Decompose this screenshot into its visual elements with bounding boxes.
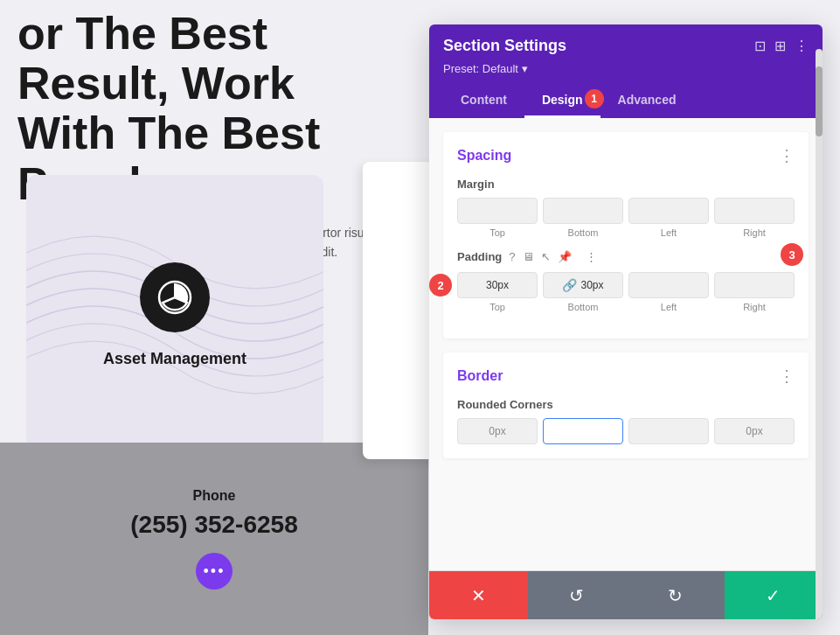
margin-bottom-label: Bottom (543, 227, 623, 238)
padding-col-labels: Top Bottom Left Right (457, 302, 795, 312)
rounded-corner-br[interactable]: 0px (714, 418, 795, 444)
padding-left-input[interactable] (628, 272, 709, 298)
panel-tabs: Content Design 1 Advanced (443, 84, 809, 118)
asset-card: Asset Management (26, 175, 323, 455)
rounded-corners-label: Rounded Corners (457, 398, 795, 411)
spacing-section: Spacing ⋮ Margin Top Bottom Left Right P… (443, 132, 809, 338)
margin-left-label: Left (628, 227, 709, 238)
scrollbar-thumb[interactable] (816, 66, 823, 136)
more-icon[interactable]: ⋮ (795, 38, 809, 54)
margin-top-label: Top (457, 227, 538, 238)
panel-header: Section Settings ⊡ ⊞ ⋮ Preset: Default ▾… (429, 24, 823, 118)
padding-pin-icon[interactable]: 📌 (558, 250, 572, 263)
padding-top-value: 30px (486, 279, 509, 291)
border-header: Border ⋮ (457, 366, 795, 386)
redo-button[interactable]: ↻ (626, 571, 725, 619)
padding-header: Padding ? 🖥 ↖ 📌 3 ⋮ (457, 250, 795, 263)
undo-button[interactable]: ↺ (528, 571, 627, 619)
border-section: Border ⋮ Rounded Corners 0px 0px (443, 352, 809, 458)
padding-top-label: Top (457, 302, 538, 312)
confirm-button[interactable]: ✓ (725, 571, 823, 619)
link-chain-icon: 🔗 (562, 278, 577, 292)
margin-bottom-input[interactable] (543, 198, 623, 224)
panel-title: Section Settings (443, 37, 566, 55)
padding-right-input[interactable] (714, 272, 795, 298)
margin-right-label: Right (714, 227, 795, 238)
resize-icon[interactable]: ⊡ (754, 38, 766, 54)
rounded-corner-bl[interactable] (628, 418, 709, 444)
margin-input-row (457, 198, 795, 224)
padding-label: Padding (457, 250, 502, 263)
padding-help-icon[interactable]: ? (509, 250, 515, 263)
margin-label: Margin (457, 178, 795, 191)
rounded-corner-tr[interactable] (543, 418, 623, 444)
card-title: Asset Management (103, 350, 246, 368)
cancel-button[interactable]: ✕ (429, 571, 528, 619)
padding-mobile-icon[interactable]: 🖥 (523, 250, 534, 263)
padding-bottom-input[interactable]: 🔗 30px (543, 272, 623, 298)
spacing-title: Spacing (457, 148, 511, 164)
padding-bottom-label: Bottom (543, 302, 623, 312)
scrollbar-track (816, 49, 823, 619)
panel-title-row: Section Settings ⊡ ⊞ ⋮ (443, 37, 809, 55)
padding-input-row: 2 30px 🔗 30px (457, 272, 795, 298)
phone-label: Phone (193, 488, 236, 504)
tab-content[interactable]: Content (443, 84, 524, 118)
panel-preset[interactable]: Preset: Default ▾ (443, 62, 809, 75)
contact-section: Phone (255) 352-6258 ••• (0, 443, 428, 635)
margin-right-input[interactable] (714, 198, 795, 224)
card-icon (140, 262, 210, 332)
step-badge-2: 2 (429, 274, 452, 297)
border-title: Border (457, 368, 503, 384)
border-menu-icon[interactable]: ⋮ (779, 366, 795, 386)
margin-left-input[interactable] (628, 198, 709, 224)
padding-right-label: Right (714, 302, 795, 312)
step-badge-3: 3 (781, 243, 803, 266)
settings-panel: Section Settings ⊡ ⊞ ⋮ Preset: Default ▾… (429, 24, 823, 619)
padding-more-icon[interactable]: ⋮ (586, 250, 597, 263)
panel-header-icons: ⊡ ⊞ ⋮ (754, 38, 809, 54)
padding-top-input[interactable]: 30px (457, 272, 538, 298)
spacing-menu-icon[interactable]: ⋮ (779, 146, 795, 165)
margin-col-labels: Top Bottom Left Right (457, 227, 795, 238)
tab-design[interactable]: Design 1 (524, 84, 600, 118)
padding-left-label: Left (628, 302, 709, 312)
padding-cursor-icon[interactable]: ↖ (541, 250, 551, 263)
dots-button[interactable]: ••• (196, 553, 233, 590)
padding-bottom-value: 30px (580, 279, 603, 291)
columns-icon[interactable]: ⊞ (774, 38, 786, 54)
panel-body: Spacing ⋮ Margin Top Bottom Left Right P… (429, 118, 823, 570)
spacing-header: Spacing ⋮ (457, 146, 795, 165)
pie-chart-icon (156, 278, 194, 317)
phone-number: (255) 352-6258 (130, 511, 297, 539)
preset-chevron: ▾ (522, 62, 528, 75)
tab-advanced[interactable]: Advanced (600, 84, 694, 118)
rounded-corner-tl[interactable]: 0px (457, 418, 538, 444)
margin-top-input[interactable] (457, 198, 538, 224)
action-bar: ✕ ↺ ↻ ✓ (429, 570, 823, 619)
